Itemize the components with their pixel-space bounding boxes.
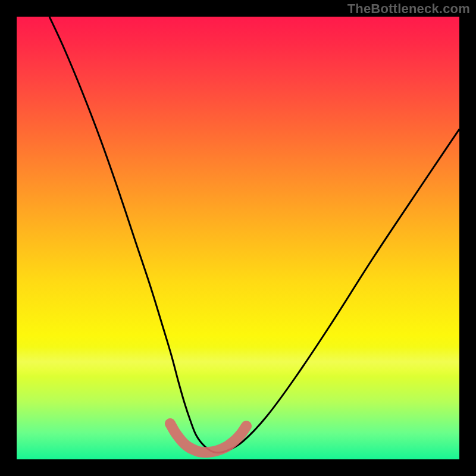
plot-svg	[17, 17, 459, 459]
chart-frame: TheBottleneck.com	[0, 0, 476, 476]
watermark: TheBottleneck.com	[347, 2, 470, 15]
bottleneck-curve	[49, 17, 459, 453]
plot-area	[17, 17, 459, 459]
highlight-segment	[170, 424, 246, 452]
